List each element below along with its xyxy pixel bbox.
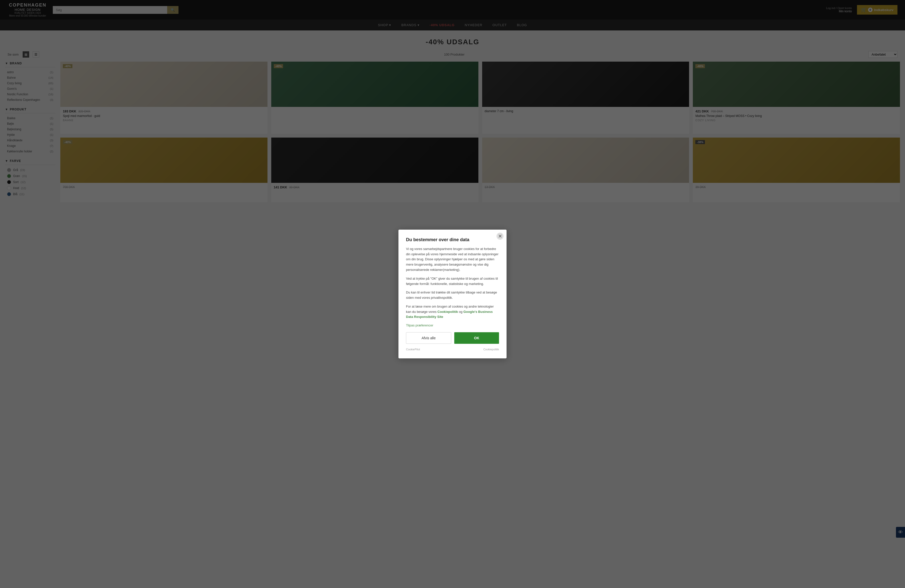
modal-title: Du bestemmer over dine data xyxy=(406,237,499,242)
modal-close-button[interactable]: ✕ xyxy=(497,233,503,240)
cookie-overlay: ✕ Du bestemmer over dine data Vi og vore… xyxy=(0,0,905,588)
modal-buttons: Afvis alle OK xyxy=(406,332,499,344)
modal-paragraph-3: Du kan til enhver tid trække dit samtykk… xyxy=(406,290,499,300)
modal-paragraph-2: Ved at trykke på "OK" giver du samtykke … xyxy=(406,276,499,287)
footer-cookiepolitik-link[interactable]: Cookiepolitik xyxy=(483,348,499,351)
footer-cookiepilot-link[interactable]: CookiePilot xyxy=(406,348,420,351)
modal-paragraph-1: Vi og vores samarbejdspartnere bruger co… xyxy=(406,246,499,273)
accept-button[interactable]: OK xyxy=(454,332,499,344)
cookiepolitik-link[interactable]: Cookiepolitik xyxy=(437,310,458,314)
customize-link[interactable]: Tilpas præferencer xyxy=(406,323,433,327)
cookie-modal: ✕ Du bestemmer over dine data Vi og vore… xyxy=(399,230,506,359)
reject-button[interactable]: Afvis alle xyxy=(406,332,451,344)
modal-paragraph-4: For at læse mere om brugen af cookies og… xyxy=(406,304,499,319)
og-text: og xyxy=(458,310,464,314)
modal-footer: CookiePilot Cookiepolitik xyxy=(406,348,499,351)
